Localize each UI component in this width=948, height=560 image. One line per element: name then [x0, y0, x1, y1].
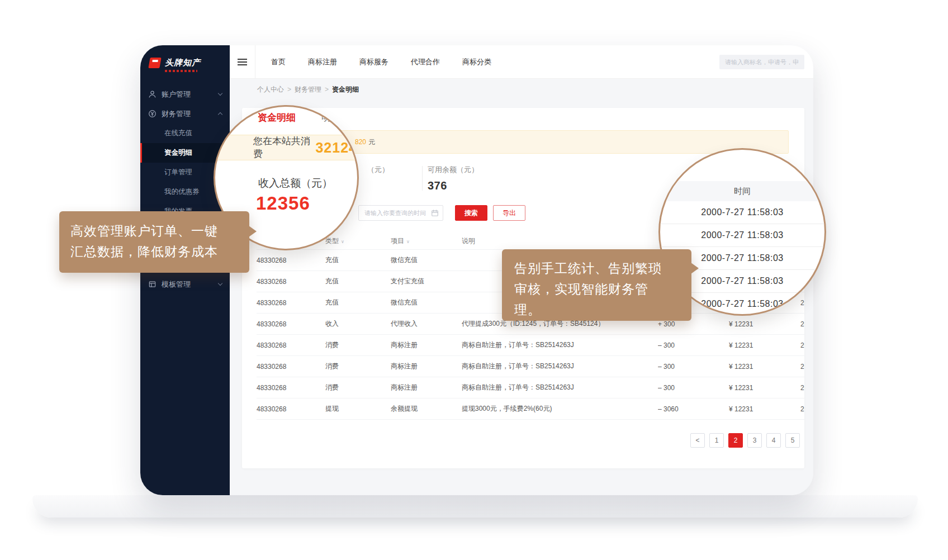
col-header-desc: 说明 [462, 236, 658, 246]
col-header-type[interactable]: 类型∨ [325, 236, 391, 246]
cell-time: 2000-7-27 11:58:03 [800, 405, 804, 413]
stat-divider [422, 166, 423, 191]
pagination-page-3[interactable]: 3 [747, 433, 762, 448]
nav-item-trademark-services[interactable]: 商标服务 [359, 57, 388, 67]
cell-item: 微信充值 [391, 298, 462, 307]
sidebar-item-label: 模板管理 [162, 279, 219, 290]
breadcrumb-item[interactable]: 财务管理 [295, 85, 321, 94]
template-icon [148, 280, 157, 288]
cell-item: 代理收入 [391, 319, 462, 329]
cell-amount: – 300 [658, 384, 729, 392]
chevron-down-icon [218, 91, 222, 96]
cell-type: 消费 [325, 362, 391, 371]
cell-order: 48330268 [257, 341, 325, 349]
cell-amount: – 300 [658, 341, 729, 349]
magnified-time-cell: 2000-7-27 11:58:03 [660, 201, 824, 224]
breadcrumb-current: 资金明细 [332, 85, 359, 94]
banner-unit: 元 [368, 138, 375, 146]
cell-item: 商标注册 [391, 362, 462, 371]
pagination: < 1 2 3 4 5 [257, 433, 804, 448]
search-input[interactable] [719, 55, 804, 69]
pagination-page-5[interactable]: 5 [785, 433, 800, 448]
table-row: 48330268 消费 商标注册 商标自助注册，订单号：SB2514263J –… [257, 335, 804, 356]
magnified-tab-active: 资金明细 [258, 111, 296, 124]
pagination-page-1[interactable]: 1 [709, 433, 724, 448]
callout-text: 审核，实现智能财务管 [514, 279, 679, 300]
nav-item-trademark-register[interactable]: 商标注册 [308, 57, 337, 67]
stat-balance: 可用余额（元） 376 [428, 165, 478, 192]
chevron-down-icon [218, 281, 222, 286]
sidebar-item-finance[interactable]: 财务管理 [140, 104, 230, 124]
cell-balance: ¥ 12231 [729, 341, 800, 349]
cell-balance: ¥ 12231 [729, 405, 800, 413]
topbar: 首页 商标注册 商标服务 代理合作 商标分类 [230, 45, 813, 79]
pagination-page-4[interactable]: 4 [766, 433, 781, 448]
cell-time: 2000-7-27 11:58:03 [800, 341, 804, 349]
cell-amount: – 3060 [658, 405, 729, 413]
table-row: 48330268 消费 商标注册 商标自助注册，订单号：SB2514263J –… [257, 356, 804, 377]
sidebar-subitem-label: 资金明细 [164, 148, 192, 158]
page: 头牌知产 账户管理 财务管理 [0, 0, 948, 560]
sidebar-subitem-label: 在线充值 [164, 129, 192, 138]
cell-order: 48330268 [257, 278, 325, 286]
search-button[interactable]: 搜索 [455, 205, 487, 221]
cell-item: 商标注册 [391, 340, 462, 350]
cell-order: 48330268 [257, 405, 325, 413]
sidebar-item-label: 财务管理 [162, 109, 219, 119]
callout-text: 告别手工统计、告别繁琐 [514, 258, 679, 279]
stat-expense: （元） [367, 165, 389, 179]
nav-item-trademark-categories[interactable]: 商标分类 [462, 57, 491, 67]
cell-order: 48330268 [257, 384, 325, 392]
callout-text: 汇总数据，降低财务成本 [70, 241, 238, 262]
magnified-time-header: 时间 [660, 181, 824, 201]
cell-desc: 提现3000元，手续费2%(60元) [462, 404, 658, 414]
cell-balance: ¥ 12231 [729, 384, 800, 392]
stat-value: 376 [428, 179, 478, 192]
breadcrumb-item[interactable]: 个人中心 [257, 85, 284, 94]
sidebar-item-templates[interactable]: 模板管理 [140, 274, 230, 294]
sort-caret-icon: ∨ [341, 239, 344, 244]
sidebar-item-account[interactable]: 账户管理 [140, 84, 230, 104]
cell-order: 48330268 [257, 363, 325, 371]
cell-time: 2000-7-27 11:58:03 [800, 384, 804, 392]
callout-arrow-icon [249, 226, 257, 237]
sidebar-subitem-recharge[interactable]: 在线充值 [140, 124, 230, 143]
callout-left: 高效管理账户订单、一键 汇总数据，降低财务成本 [59, 211, 249, 273]
logo-subtext [165, 70, 197, 72]
top-navigation: 首页 商标注册 商标服务 代理合作 商标分类 [271, 57, 491, 67]
nav-item-agency[interactable]: 代理合作 [411, 57, 440, 67]
laptop-base [32, 495, 918, 518]
cell-type: 充值 [325, 298, 391, 307]
cell-order: 48330268 [257, 320, 325, 328]
export-button[interactable]: 导出 [493, 205, 525, 221]
callout-right: 告别手工统计、告别繁琐 审核，实现智能财务管 理。 [502, 249, 691, 321]
callout-text: 高效管理账户订单、一键 [70, 221, 238, 241]
magnified-banner-text: 您在本站共消费 [253, 135, 311, 160]
cell-time: 2000-7-27 11:58:03 [800, 299, 804, 307]
cell-balance: ¥ 12231 [729, 363, 800, 371]
sidebar-subitem-label: 我的优惠券 [164, 187, 200, 197]
magnified-time-cell: 2000-7-27 11:58:03 [660, 224, 824, 247]
logo-title: 头牌知产 [165, 58, 201, 68]
sidebar-subitem-label: 订单管理 [164, 168, 192, 177]
sort-caret-icon: ∨ [406, 239, 410, 244]
cell-order: 48330268 [257, 299, 325, 307]
nav-item-home[interactable]: 首页 [271, 57, 286, 67]
cell-desc: 商标自助注册，订单号：SB2514263J [462, 362, 658, 371]
cell-time: 2000-7-27 11:58:03 [800, 363, 804, 371]
hamburger-button[interactable] [230, 45, 255, 78]
cell-amount: + 300 [658, 320, 729, 328]
date-range-input[interactable] [358, 205, 443, 221]
cell-amount: – 300 [658, 363, 729, 371]
logo-icon [148, 58, 161, 68]
table-row: 48330268 消费 商标注册 商标自助注册，订单号：SB2514263J –… [257, 377, 804, 398]
col-header-item[interactable]: 项目∨ [391, 236, 462, 246]
pagination-page-2-active[interactable]: 2 [728, 433, 743, 448]
cell-order: 48330268 [257, 257, 325, 264]
pagination-prev-button[interactable]: < [690, 433, 705, 448]
sidebar-item-label: 账户管理 [162, 89, 219, 99]
cell-type: 消费 [325, 383, 391, 392]
cell-item: 余额提现 [391, 404, 462, 414]
breadcrumb: 个人中心 > 财务管理 > 资金明细 [230, 79, 813, 100]
cell-type: 消费 [325, 340, 391, 350]
